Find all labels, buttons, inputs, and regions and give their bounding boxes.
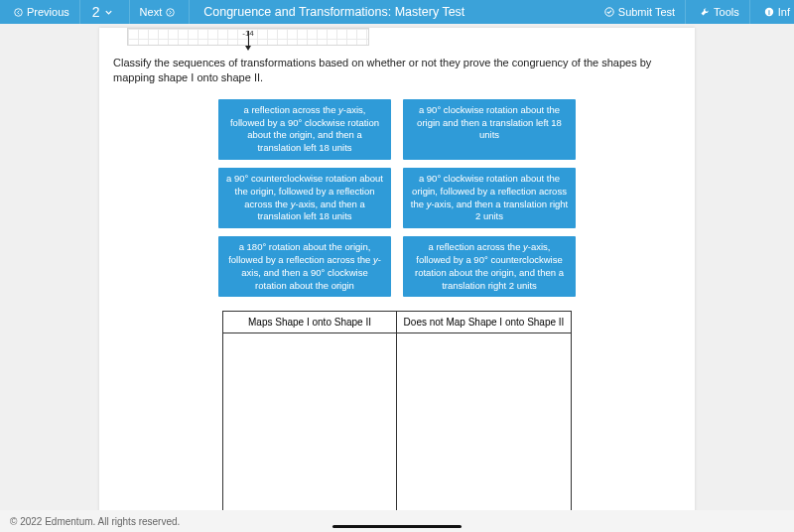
test-title: Congruence and Transformations: Mastery … [190,0,591,24]
copyright-text: © 2022 Edmentum. All rights reserved. [10,516,180,527]
next-button[interactable]: Next [130,0,191,24]
bucket-maps: Maps Shape I onto Shape II [222,311,397,529]
bucket-header: Does not Map Shape I onto Shape II [397,312,571,333]
drop-targets: Maps Shape I onto Shape II Does not Map … [109,311,685,529]
transformation-card[interactable]: a 90° clockwise rotation about the origi… [403,168,576,228]
previous-label: Previous [27,6,69,18]
check-circle-icon [604,7,614,17]
coordinate-grid-fragment: -14 [127,28,369,46]
question-page: -14 Classify the sequences of transforma… [99,28,695,532]
device-home-indicator [332,525,462,528]
draggable-cards-area: a reflection across the y-axis, followed… [109,99,685,298]
question-number-selector[interactable]: 2 [80,0,130,24]
test-title-text: Congruence and Transformations: Mastery … [203,5,464,19]
svg-point-0 [15,8,23,16]
transformation-card[interactable]: a 180° rotation about the origin, follow… [218,236,391,297]
card-row: a reflection across the y-axis, followed… [218,99,576,160]
axis-down-arrow-icon [248,31,249,47]
card-row: a 90° counterclockwise rotation about th… [218,168,576,228]
copyright-footer: © 2022 Edmentum. All rights reserved. [0,510,794,532]
bucket-drop-area[interactable] [397,333,571,528]
card-row: a 180° rotation about the origin, follow… [218,236,576,297]
tools-button[interactable]: Tools [686,0,750,24]
info-button[interactable]: i Inf [750,0,794,24]
previous-arrow-icon [14,8,23,17]
svg-point-1 [167,8,175,16]
transformation-card[interactable]: a 90° clockwise rotation about the origi… [403,99,576,160]
next-label: Next [140,6,163,18]
tools-label: Tools [714,6,739,18]
transformation-card[interactable]: a 90° counterclockwise rotation about th… [218,168,391,228]
submit-test-button[interactable]: Submit Test [591,0,686,24]
submit-label: Submit Test [618,6,675,18]
top-navigation-bar: Previous 2 Next Congruence and Transform… [0,0,794,24]
next-arrow-icon [166,8,175,17]
svg-text:i: i [768,9,770,16]
transformation-card[interactable]: a reflection across the y-axis, followed… [218,99,391,160]
instruction-text: Classify the sequences of transformation… [113,56,681,85]
question-number: 2 [92,4,100,20]
bucket-does-not-map: Does not Map Shape I onto Shape II [397,311,572,529]
previous-button[interactable]: Previous [0,0,80,24]
bucket-header: Maps Shape I onto Shape II [223,312,396,333]
info-icon: i [764,7,774,17]
bucket-drop-area[interactable] [223,333,396,528]
chevron-down-icon [104,8,113,17]
wrench-icon [700,7,710,17]
info-label: Inf [778,6,790,18]
transformation-card[interactable]: a reflection across the y-axis, followed… [403,236,576,297]
